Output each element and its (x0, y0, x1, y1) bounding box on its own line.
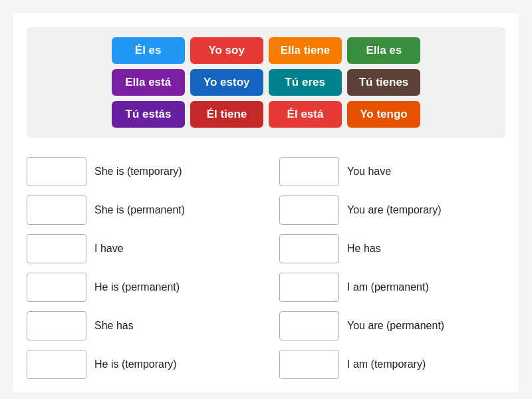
word-chip[interactable]: Tú eres (269, 69, 342, 96)
word-bank-row: Ella estáYo estoyTú eresTú tienes (40, 69, 492, 96)
word-chip[interactable]: Ella es (347, 37, 420, 64)
match-item-left: She is (permanent) (27, 196, 253, 225)
word-chip[interactable]: Él está (269, 101, 342, 128)
drop-box[interactable] (27, 234, 86, 263)
match-label: She is (temporary) (94, 165, 182, 179)
drop-box[interactable] (27, 157, 86, 186)
match-item-left: He is (permanent) (27, 273, 253, 302)
match-label: She is (permanent) (94, 203, 185, 217)
match-label: I have (94, 242, 124, 256)
match-item-right: I am (permanent) (279, 273, 505, 302)
match-label: You are (permanent) (347, 319, 444, 333)
match-label: He has (347, 242, 381, 256)
match-item-right: You are (permanent) (279, 311, 505, 340)
match-item-right: You have (279, 157, 505, 186)
match-item-left: She has (27, 311, 253, 340)
match-label: He is (temporary) (94, 358, 177, 372)
match-label: You are (temporary) (347, 203, 442, 217)
word-chip[interactable]: Tú tienes (347, 69, 421, 96)
match-label: I am (temporary) (347, 358, 426, 372)
drop-box[interactable] (279, 273, 339, 302)
word-bank-row: Él esYo soyElla tieneElla es (40, 37, 492, 64)
word-chip[interactable]: Ella está (112, 69, 185, 96)
drop-box[interactable] (27, 350, 86, 379)
drop-box[interactable] (279, 311, 339, 340)
drop-box[interactable] (279, 350, 339, 379)
word-chip[interactable]: Yo soy (190, 37, 263, 64)
word-chip[interactable]: Yo estoy (190, 69, 263, 96)
word-chip[interactable]: Él tiene (190, 101, 263, 128)
match-label: You have (347, 165, 391, 179)
drop-box[interactable] (279, 234, 339, 263)
drop-box[interactable] (27, 273, 86, 302)
drop-box[interactable] (27, 311, 86, 340)
match-item-left: He is (temporary) (27, 350, 253, 379)
word-bank: Él esYo soyElla tieneElla esElla estáYo … (27, 27, 505, 138)
word-chip[interactable]: Él es (112, 37, 185, 64)
match-label: I am (permanent) (347, 281, 429, 295)
match-section: She is (temporary)You haveShe is (perman… (27, 157, 505, 379)
word-bank-row: Tú estásÉl tieneÉl estáYo tengo (40, 101, 492, 128)
drop-box[interactable] (279, 196, 339, 225)
match-item-left: She is (temporary) (27, 157, 253, 186)
match-item-left: I have (27, 234, 253, 263)
match-item-right: You are (temporary) (279, 196, 505, 225)
match-item-right: He has (279, 234, 505, 263)
word-chip[interactable]: Tú estás (112, 101, 185, 128)
drop-box[interactable] (27, 196, 86, 225)
match-label: She has (94, 319, 134, 333)
page: Él esYo soyElla tieneElla esElla estáYo … (13, 13, 519, 392)
word-chip[interactable]: Yo tengo (347, 101, 420, 128)
word-chip[interactable]: Ella tiene (269, 37, 342, 64)
match-label: He is (permanent) (94, 281, 180, 295)
match-item-right: I am (temporary) (279, 350, 505, 379)
drop-box[interactable] (279, 157, 339, 186)
